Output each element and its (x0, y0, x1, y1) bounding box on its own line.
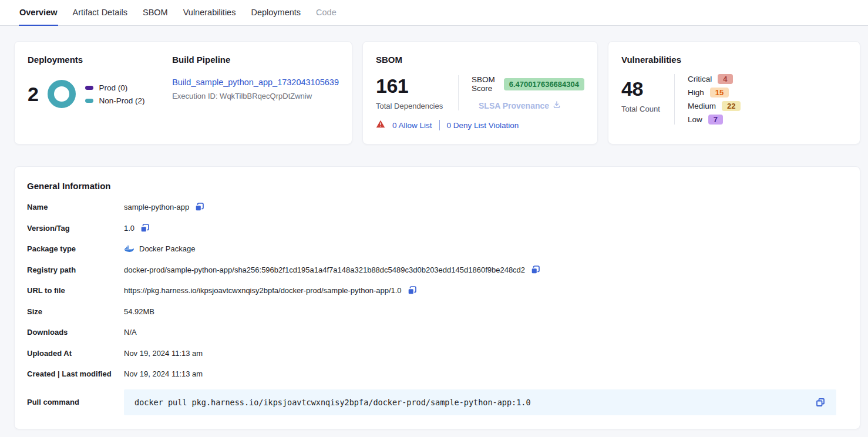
tab-deployments[interactable]: Deployments (250, 0, 301, 26)
severity-row-high: High 15 (688, 88, 741, 98)
row-registry-path: Registry path docker-prod/sample-python-… (27, 260, 848, 281)
vulnerabilities-title: Vulnerabilities (621, 55, 847, 65)
severity-critical-badge: 4 (718, 74, 732, 84)
build-pipeline-section: Build Pipeline Build_sample_python_app_1… (159, 55, 339, 133)
sbom-score-badge: 6.470017636684304 (504, 78, 584, 90)
uploaded-at-label: Uploaded At (27, 349, 124, 358)
copy-pull-command-icon[interactable] (815, 397, 826, 408)
tab-bar: Overview Artifact Details SBOM Vulnerabi… (0, 0, 868, 26)
build-pipeline-title: Build Pipeline (172, 55, 339, 65)
pull-command-value: docker pull pkg.harness.io/ikpsjoavtcwxn… (134, 398, 531, 407)
execution-id: Execution ID: WqkTilbBRqecQrpDtZwniw (172, 92, 339, 100)
general-information-title: General Information (27, 181, 848, 191)
pull-command-box: docker pull pkg.harness.io/ikpsjoavtcwxn… (124, 389, 836, 415)
pull-command-label: Pull command (27, 398, 124, 406)
deployments-total: 2 (28, 84, 38, 104)
slsa-provenance-link[interactable]: SLSA Provenance (479, 100, 584, 110)
sbom-total-label: Total Dependencies (376, 102, 458, 110)
sbom-score-row: SBOM Score 6.470017636684304 (472, 75, 584, 93)
general-information-card: General Information Name sample-python-a… (14, 166, 860, 429)
severity-critical-label: Critical (688, 75, 712, 83)
nonprod-legend-marker (85, 99, 93, 103)
vulnerabilities-card: Vulnerabilities 48 Total Count Critical … (608, 41, 860, 144)
severity-row-low: Low 7 (688, 115, 741, 125)
severity-low-label: Low (688, 115, 702, 124)
registry-path-value: docker-prod/sample-python-app/sha256:596… (124, 265, 525, 274)
pipeline-link[interactable]: Build_sample_python_app_1732043105639 (172, 78, 339, 87)
downloads-label: Downloads (27, 328, 124, 337)
row-version: Version/Tag 1.0 (27, 218, 848, 239)
copy-version-icon[interactable] (140, 223, 150, 233)
severity-row-medium: Medium 22 (688, 101, 741, 111)
version-value: 1.0 (124, 224, 134, 233)
row-pull-command: Pull command docker pull pkg.harness.io/… (27, 389, 848, 415)
name-value: sample-python-app (124, 203, 189, 211)
copy-url-icon[interactable] (407, 285, 417, 295)
tab-sbom[interactable]: SBOM (142, 0, 169, 26)
row-uploaded-at: Uploaded At Nov 19, 2024 11:13 am (27, 343, 848, 364)
tab-artifact-details[interactable]: Artifact Details (72, 0, 128, 26)
warning-icon (376, 120, 385, 130)
slsa-provenance-label: SLSA Provenance (479, 101, 549, 110)
severity-high-label: High (688, 88, 704, 97)
tab-overview[interactable]: Overview (19, 0, 58, 26)
deployments-card: Deployments 2 Prod (0) Non-Prod (2) Buil… (14, 41, 352, 144)
severity-medium-label: Medium (688, 102, 716, 110)
sbom-totals: 161 Total Dependencies (376, 76, 458, 110)
legend-item-nonprod: Non-Prod (2) (85, 96, 144, 105)
links-separator (439, 120, 440, 130)
sbom-score-section: SBOM Score 6.470017636684304 SLSA Proven… (459, 75, 584, 110)
sbom-content: 161 Total Dependencies SBOM Score 6.4700… (376, 75, 584, 110)
tab-code: Code (315, 0, 337, 26)
deployments-content: 2 Prod (0) Non-Prod (2) (28, 80, 159, 108)
row-name: Name sample-python-app (27, 197, 848, 218)
uploaded-at-value: Nov 19, 2024 11:13 am (124, 349, 203, 358)
sbom-policy-links: 0 Allow List 0 Deny List Violation (376, 120, 584, 130)
url-to-file-value: https://pkg.harness.io/ikpsjoavtcwxnqisy… (124, 286, 402, 295)
sbom-total-count: 161 (376, 76, 458, 96)
registry-path-label: Registry path (27, 265, 124, 274)
size-value: 54.92MB (124, 307, 154, 316)
summary-cards-row: Deployments 2 Prod (0) Non-Prod (2) Buil… (0, 26, 868, 144)
created-modified-label: Created | Last modified (27, 369, 124, 378)
copy-registry-path-icon[interactable] (530, 265, 540, 275)
severity-row-critical: Critical 4 (688, 74, 741, 84)
row-url-to-file: URL to file https://pkg.harness.io/ikpsj… (27, 280, 848, 301)
row-size: Size 54.92MB (27, 301, 848, 322)
row-created-modified: Created | Last modified Nov 19, 2024 11:… (27, 364, 848, 385)
legend-item-prod: Prod (0) (85, 83, 144, 92)
vulnerabilities-totals: 48 Total Count (621, 74, 674, 125)
package-type-value: Docker Package (139, 244, 195, 253)
name-label: Name (27, 203, 124, 211)
deployments-donut-chart (48, 80, 76, 108)
download-icon (553, 100, 561, 110)
sbom-card: SBOM 161 Total Dependencies SBOM Score 6… (362, 41, 598, 144)
tab-vulnerabilities[interactable]: Vulnerabilities (183, 0, 237, 26)
copy-name-icon[interactable] (194, 202, 204, 212)
created-modified-value: Nov 19, 2024 11:13 am (124, 369, 203, 378)
version-label: Version/Tag (27, 224, 124, 233)
vulnerabilities-total-label: Total Count (621, 105, 674, 113)
url-to-file-label: URL to file (27, 286, 124, 295)
row-downloads: Downloads N/A (27, 322, 848, 343)
sbom-title: SBOM (376, 55, 584, 65)
vulnerabilities-content: 48 Total Count Critical 4 High 15 Medium… (621, 74, 847, 125)
prod-legend-marker (85, 86, 93, 90)
severity-low-badge: 7 (708, 115, 723, 125)
deployments-title: Deployments (28, 55, 159, 65)
severity-medium-badge: 22 (722, 101, 741, 111)
size-label: Size (27, 307, 124, 316)
deny-list-link[interactable]: 0 Deny List Violation (447, 121, 519, 130)
docker-icon (124, 245, 134, 253)
allow-list-link[interactable]: 0 Allow List (392, 121, 432, 130)
deployments-legend: Prod (0) Non-Prod (2) (85, 83, 144, 105)
severity-high-badge: 15 (710, 88, 729, 98)
downloads-value: N/A (124, 328, 137, 337)
deployments-section: Deployments 2 Prod (0) Non-Prod (2) (28, 55, 159, 133)
package-type-label: Package type (27, 244, 124, 253)
prod-legend-label: Prod (0) (99, 83, 127, 92)
sbom-score-label: SBOM Score (472, 75, 498, 93)
row-package-type: Package type Docker Package (27, 238, 848, 260)
vulnerabilities-total-count: 48 (621, 79, 674, 99)
nonprod-legend-label: Non-Prod (2) (99, 96, 144, 105)
